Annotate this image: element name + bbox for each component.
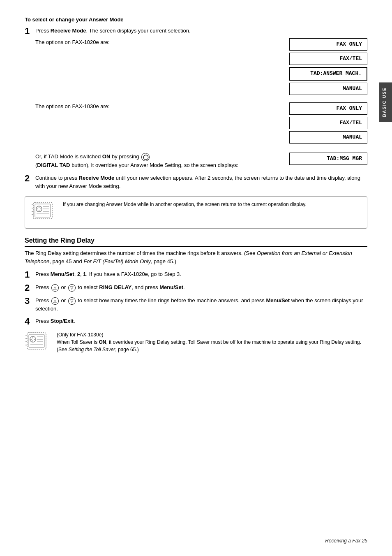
answer-mode-heading: To select or change your Answer Mode — [25, 16, 367, 23]
svg-rect-0 — [33, 202, 52, 219]
on-bold: ON — [102, 153, 111, 160]
rd-step1-block: 1 Press Menu/Set, 2, 1. If you have a FA… — [25, 270, 367, 279]
step2-block: 2 Continue to press Receive Mode until y… — [25, 174, 367, 190]
rd-step4-block: 4 Press Stop/Exit. — [25, 317, 367, 326]
answer-mode-section: To select or change your Answer Mode 1 P… — [25, 16, 367, 229]
rd-step3-number: 3 — [25, 297, 35, 306]
label-1020: The options on FAX-1020e are: — [35, 38, 286, 95]
ring-delay-section: Setting the Ring Delay The Ring Delay se… — [25, 237, 367, 354]
lcd-tad-answer-1020: TAD:ANSWER MACH. — [289, 67, 367, 80]
lcd-manual-1020: MANUAL — [289, 83, 367, 95]
step1-content: Press Receive Mode. The screen displays … — [35, 27, 367, 170]
toll-saver-italic: Setting the Toll Saver — [69, 347, 115, 352]
receive-mode-label2: Receive Mode — [79, 175, 115, 181]
svg-rect-15 — [27, 333, 46, 349]
down-arrow-icon-1: ▽ — [68, 284, 76, 292]
digital-tad-bold: DIGITAL TAD — [37, 162, 70, 168]
note2-box: (Only for FAX-1030e) When Toll Saver is … — [25, 331, 367, 354]
lcd-boxes-1030: FAX ONLY FAX/TEL MANUAL — [289, 102, 367, 144]
rd-step3-block: 3 Press △ or ▽ to select how many times … — [25, 297, 367, 313]
note1-box: If you are changing Answer Mode while in… — [25, 196, 367, 229]
intro-italic2: For F/T (Fax/Tel) Mode Only — [83, 258, 151, 264]
svg-rect-1 — [35, 204, 51, 217]
toll-on-bold: ON — [99, 339, 106, 345]
ring-delay-heading: Setting the Ring Delay — [25, 237, 367, 247]
menu-set-label1: Menu/Set — [51, 271, 74, 277]
rd-step2-number: 2 — [25, 283, 35, 292]
rd-step1-content: Press Menu/Set, 2, 1. If you have a FAX-… — [35, 270, 367, 278]
up-arrow-icon-1: △ — [51, 284, 59, 292]
label-1030: The options on FAX-1030e are: — [35, 102, 286, 144]
note1-icon-wrap — [31, 201, 57, 224]
note1-text: If you are changing Answer Mode while in… — [63, 201, 307, 208]
lcd-boxes-1020: FAX ONLY FAX/TEL TAD:ANSWER MACH. MANUAL — [289, 38, 367, 95]
rd-step1-number: 1 — [25, 270, 35, 279]
step2-text: Continue to press Receive Mode until you… — [35, 174, 367, 190]
ring-delay-intro: The Ring Delay setting determines the nu… — [25, 249, 367, 265]
lcd-manual-1030: MANUAL — [289, 131, 367, 144]
up-arrow-icon-2: △ — [51, 297, 59, 305]
options-1030-block: The options on FAX-1030e are: FAX ONLY F… — [35, 102, 367, 144]
lcd-fax-only-1030: FAX ONLY — [289, 102, 367, 115]
note1-icon — [31, 201, 57, 223]
rd-step4-text: Press Stop/Exit. — [35, 317, 367, 325]
step1-block: 1 Press Receive Mode. The screen display… — [25, 27, 367, 170]
menu-set-label2: Menu/Set — [159, 284, 183, 290]
note2-icon — [25, 331, 51, 353]
lcd-fax-only-1020: FAX ONLY — [289, 38, 367, 51]
note2-icon-wrap — [25, 331, 51, 354]
rd-step2-content: Press △ or ▽ to select RING DELAY, and p… — [35, 283, 367, 292]
note2-label: (Only for FAX-1030e) — [57, 332, 103, 338]
side-tab: BASIC USE — [379, 82, 392, 122]
receive-mode-label: Receive Mode — [51, 28, 86, 34]
step2-number: 2 — [25, 174, 35, 183]
lcd-tad-msg-mgr: TAD:MSG MGR — [289, 153, 367, 165]
page-footer: Receiving a Fax 25 — [325, 538, 367, 544]
intro-italic1: Operation from an External or Extension … — [25, 250, 352, 264]
footer-text: Receiving a Fax 25 — [325, 538, 367, 544]
rd-step3-content: Press △ or ▽ to select how many times th… — [35, 297, 367, 313]
page: BASIC USE To select or change your Answe… — [0, 0, 392, 556]
tad-right: TAD:MSG MGR — [277, 148, 367, 165]
ring-delay-label: RING DELAY — [99, 284, 131, 290]
tad-on-text: Or, if TAD Mode is switched ON by pressi… — [35, 148, 277, 170]
tad-on-block: Or, if TAD Mode is switched ON by pressi… — [35, 148, 367, 170]
step1-number: 1 — [25, 27, 35, 36]
lcd-fax-tel-1030: FAX/TEL — [289, 117, 367, 129]
menu-set-label3: Menu/Set — [266, 297, 290, 303]
note2-text: (Only for FAX-1030e) When Toll Saver is … — [57, 331, 367, 353]
rd-step1-text: Press Menu/Set, 2, 1. If you have a FAX-… — [35, 270, 367, 278]
rd-step2-block: 2 Press △ or ▽ to select RING DELAY, and… — [25, 283, 367, 292]
rd-step3-text: Press △ or ▽ to select how many times th… — [35, 297, 367, 313]
down-arrow-icon-2: ▽ — [68, 297, 76, 305]
rd-step2-text: Press △ or ▽ to select RING DELAY, and p… — [35, 283, 367, 292]
stop-exit-label: Stop/Exit — [51, 318, 74, 324]
rd-step4-content: Press Stop/Exit. — [35, 317, 367, 325]
lcd-fax-tel-1020: FAX/TEL — [289, 53, 367, 65]
rd-step4-number: 4 — [25, 317, 35, 326]
digital-tad-icon: ◯ — [141, 153, 150, 161]
svg-rect-16 — [29, 334, 44, 348]
num1: 1 — [83, 271, 86, 277]
num2: 2 — [77, 271, 80, 277]
options-1020-block: The options on FAX-1020e are: FAX ONLY F… — [35, 38, 367, 95]
step1-text: Press Receive Mode. The screen displays … — [35, 27, 367, 35]
step2-content: Continue to press Receive Mode until you… — [35, 174, 367, 190]
